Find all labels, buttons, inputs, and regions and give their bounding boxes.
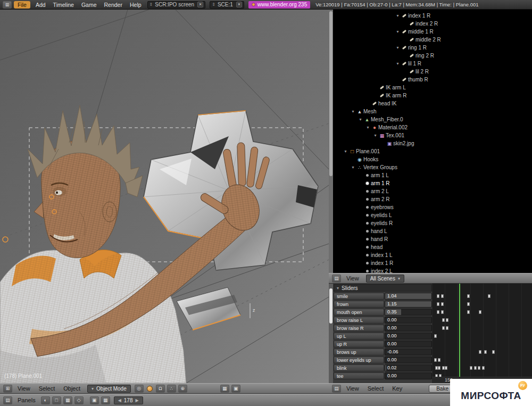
outliner-item-middle-1-r[interactable]: ▾middle 1 R [329, 28, 532, 36]
outliner-item-tex-001[interactable]: ▾Tex.001 [329, 131, 532, 139]
expander-icon[interactable]: ▾ [395, 61, 401, 66]
shape-key-slider[interactable]: 0.00 [385, 333, 432, 339]
keyframe-marker[interactable] [438, 358, 440, 362]
sliders-scrollbar[interactable] [329, 284, 333, 383]
keyframe-marker[interactable] [467, 302, 470, 306]
keyframe-marker[interactable] [479, 350, 481, 354]
outliner-item-lil-1-r[interactable]: ▾lil 1 R [329, 60, 532, 68]
shading-context-icon[interactable]: ▦ [63, 396, 72, 404]
shape-key-name[interactable]: brow raise R [334, 325, 384, 332]
outliner-item-arm-2-r[interactable]: arm 2 R [329, 195, 532, 203]
expander-icon[interactable]: ▾ [358, 117, 363, 122]
shape-key-slider[interactable]: 1.04 [385, 293, 432, 300]
object-menu[interactable]: Object [59, 385, 85, 392]
shape-key-name[interactable]: up R [334, 341, 384, 347]
keyframe-marker[interactable] [435, 366, 438, 370]
outliner-item-index-1-r[interactable]: ▾index 1 R [329, 12, 532, 20]
keyframe-area[interactable]: 150 [432, 284, 532, 383]
shape-key-slider[interactable]: 0.00 [385, 317, 432, 324]
outliner-item-thumb-r[interactable]: thumb R [329, 76, 532, 84]
outliner-item-eyelids-l[interactable]: eyelids L [329, 211, 532, 219]
editor-type-icon[interactable]: ⊞ [3, 385, 12, 393]
keyframe-marker[interactable] [488, 294, 491, 298]
keyframe-marker[interactable] [437, 294, 439, 298]
expander-icon[interactable]: ▾ [395, 13, 401, 18]
outliner-item-eyebrows[interactable]: eyebrows [329, 203, 532, 211]
outliner-item-arm-2-l[interactable]: arm 2 L [329, 187, 532, 195]
outliner-item-arm-1-l[interactable]: arm 1 L [329, 171, 532, 179]
keyframe-marker[interactable] [470, 366, 472, 370]
keyframe-marker[interactable] [479, 310, 481, 314]
keyframe-marker[interactable] [437, 302, 439, 306]
shape-key-name[interactable]: smile [334, 293, 384, 300]
expander-icon[interactable]: ▾ [365, 125, 371, 130]
outliner-item-lil-2-r[interactable]: lil 2 R [329, 68, 532, 76]
scrollbar-thumb[interactable] [329, 288, 332, 324]
shape-key-slider[interactable]: 1.15 [385, 301, 432, 308]
keyframe-marker[interactable] [478, 366, 480, 370]
shape-key-name[interactable]: brow raise L [334, 317, 384, 324]
keyframe-marker[interactable] [446, 326, 448, 330]
window-type-icon[interactable]: ⊞ [3, 1, 12, 9]
outliner-item-mesh-fiber-0[interactable]: ▾Mesh_Fiber.0 [329, 115, 532, 123]
frame-prev-icon[interactable]: ◀ [118, 398, 121, 403]
keyframe-marker[interactable] [441, 294, 444, 298]
outliner-item-ring-1-r[interactable]: ▾ring 1 R [329, 44, 532, 52]
shape-key-name[interactable]: tee [334, 372, 384, 379]
outliner-item-eyelids-r[interactable]: eyelids R [329, 219, 532, 227]
shape-key-slider[interactable]: 0.35 [385, 309, 432, 316]
outliner-item-arm-1-r[interactable]: arm 1 R [329, 179, 532, 187]
scrollbar-thumb[interactable] [329, 11, 332, 176]
mode-dropdown[interactable]: ▾ Object Mode [87, 385, 131, 393]
panels-menu[interactable]: Panels [13, 397, 40, 403]
editor-type-icon[interactable]: ▤ [332, 385, 341, 393]
keyframe-marker[interactable] [441, 310, 444, 314]
object-context-icon[interactable]: ◇ [74, 396, 84, 404]
keyframe-marker[interactable] [442, 326, 445, 330]
menu-game[interactable]: Game [78, 1, 101, 9]
view-menu[interactable]: View [13, 385, 35, 392]
keyframe-marker[interactable] [437, 310, 439, 314]
outliner-item-plane-001[interactable]: ▾Plane.001 [329, 147, 532, 155]
shape-key-slider[interactable]: 0.02 [385, 364, 432, 371]
shape-key-slider[interactable]: 0.00 [385, 372, 432, 379]
current-frame-line[interactable] [459, 284, 460, 377]
menu-timeline[interactable]: Timeline [49, 1, 78, 9]
outliner-item-index-2-r[interactable]: index 2 R [329, 20, 532, 28]
keyframe-marker[interactable] [446, 318, 448, 322]
shading-sphere-icon[interactable] [147, 386, 153, 392]
outliner-item-middle-2-r[interactable]: middle 2 R [329, 36, 532, 44]
keyframe-marker[interactable] [434, 334, 437, 338]
sliders-channel-header[interactable]: ▾ Sliders [334, 284, 432, 292]
action-key-menu[interactable]: Key [388, 385, 406, 392]
logic-context-icon[interactable]: ◐ [41, 396, 50, 404]
editing-context-icon[interactable]: ▣ [90, 396, 99, 404]
editor-type-icon[interactable]: ▤ [3, 396, 12, 404]
editor-type-icon[interactable]: ▤ [332, 275, 341, 283]
outliner-item-skin2-jpg[interactable]: skin2.jpg [329, 139, 532, 147]
outliner-item-index-1-l[interactable]: index 1 L [329, 251, 532, 259]
outliner-item-material-002[interactable]: ▾Material.002 [329, 123, 532, 131]
expander-icon[interactable]: ▾ [350, 109, 356, 114]
close-icon[interactable]: × [236, 2, 242, 7]
shape-key-name[interactable]: lower eyelids up [334, 357, 384, 363]
menu-file[interactable]: File [14, 1, 30, 9]
shape-key-name[interactable]: mouth open [334, 309, 384, 316]
shape-key-slider[interactable]: 0.00 [385, 325, 432, 332]
outliner-item-index-1-r[interactable]: index 1 R [329, 259, 532, 267]
shape-key-slider[interactable]: 0.00 [385, 357, 432, 363]
keyframe-marker[interactable] [467, 294, 470, 298]
scene-selector[interactable]: ⇕ SCE:1 × [210, 1, 244, 9]
keyframe-marker[interactable] [492, 350, 495, 354]
frame-counter[interactable]: ◀ 178 ▶ [114, 396, 143, 404]
viewport-canvas[interactable]: z [0, 10, 329, 383]
action-view-menu[interactable]: View [342, 385, 363, 392]
expander-icon[interactable]: ▾ [372, 133, 378, 138]
keyframe-marker[interactable] [467, 310, 470, 314]
outliner-item-index-2-l[interactable]: index 2 L [329, 267, 532, 273]
shape-key-name[interactable]: blink [334, 364, 384, 371]
keyframe-marker[interactable] [441, 302, 444, 306]
keyframe-marker[interactable] [445, 366, 447, 370]
blender-org-link[interactable]: www.blender.org 235 [248, 1, 310, 9]
outliner-item-ik-arm-l[interactable]: IK arm L [329, 84, 532, 92]
